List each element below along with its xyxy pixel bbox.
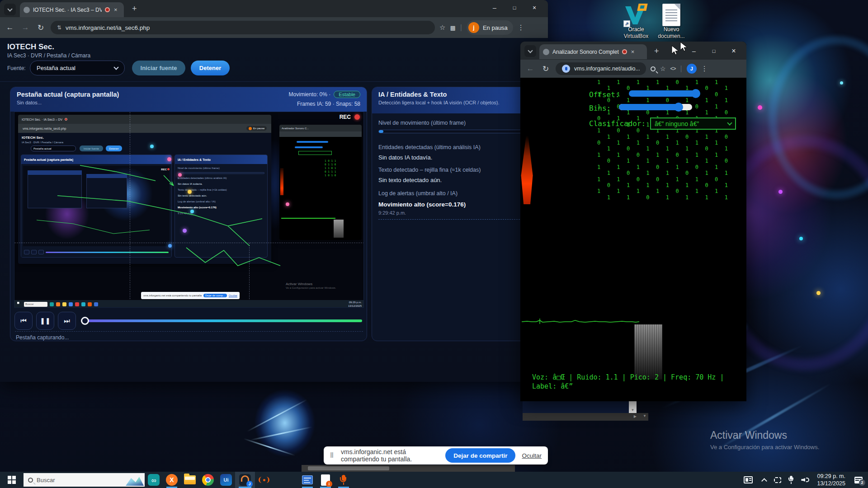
new-tab-button[interactable]: + (654, 47, 659, 55)
offset-slider[interactable] (629, 90, 699, 97)
tab-close-icon[interactable]: × (630, 48, 635, 55)
icon-label: Oracle (618, 26, 654, 33)
clock-time: 09:29 p. m. (817, 473, 845, 480)
drag-handle-icon[interactable]: ‖ (330, 451, 335, 460)
taskbar-arduino-icon[interactable]: ∞ (145, 472, 163, 488)
inner-activate-watermark: Activar Windows (286, 282, 312, 286)
page-title: IOTECH Sec. (7, 42, 54, 52)
desktop-icon-oracle-virtualbox[interactable]: ↗ Oracle VirtualBox (618, 4, 654, 40)
menu-dots-icon[interactable]: ⋮ (701, 65, 708, 73)
tab-recording-icon (622, 49, 627, 54)
bins-slider-fill (619, 104, 679, 110)
source-select[interactable]: Pestaña actual (30, 61, 125, 75)
reload-icon[interactable]: ↻ (540, 64, 551, 74)
frames-info: Frames IA: 59 · Snaps: 58 (297, 101, 360, 107)
scroll-arrow-icon[interactable]: ▶ (634, 414, 637, 418)
analyzer-url-bar[interactable]: vms.inforganic.net/audio... (556, 62, 646, 75)
bookmark-star-icon[interactable]: ☆ (660, 65, 666, 72)
clock-date: 13/12/2025 (817, 480, 845, 487)
offset-slider-thumb[interactable] (691, 89, 700, 98)
bokeh-dot (778, 190, 783, 194)
search-placeholder: Buscar (37, 477, 55, 483)
url-text: vms.inforganic.net/audio... (574, 66, 640, 72)
extensions-icon[interactable]: ▩ (450, 24, 455, 31)
text-detected-value: Sin texto detectado aún. (378, 177, 442, 183)
bookmark-star-icon[interactable]: ☆ (439, 23, 445, 32)
bokeh-dot (758, 105, 762, 110)
video-feed[interactable]: IOTECH Sec. · IA Sec3 – DV vms.inforgani… (14, 112, 364, 308)
close-button[interactable]: × (524, 4, 544, 11)
scroll-arrow-icon[interactable]: ▼ (643, 414, 646, 418)
inner-taskbar: Buscar 09:29 p.m. 13/12/2025 (14, 300, 364, 308)
capture-status: Pestaña capturando... (16, 334, 69, 341)
analyzer-tab[interactable]: Analizador Sonoro Complet × (539, 44, 647, 59)
tray-microphone-icon[interactable] (784, 472, 798, 488)
stop-button[interactable]: Detener (191, 61, 230, 75)
stable-badge: Estable (334, 91, 360, 98)
wallpaper-blue-swirl (239, 379, 327, 477)
tray-speaker-icon[interactable] (798, 472, 813, 488)
timeline-slider[interactable] (82, 319, 362, 322)
minimize-button[interactable]: – (485, 4, 505, 11)
search-icon (28, 478, 33, 483)
background-window-hscrollbar[interactable] (302, 465, 515, 472)
tray-chevron-up-icon[interactable] (757, 472, 771, 488)
bins-slider-thumb[interactable] (674, 103, 683, 112)
forward-button[interactable]: ⏭ (58, 312, 76, 330)
tray-notifications-icon[interactable]: 2 (849, 472, 868, 488)
analyzer-content: 1 1 1 1 0 1 1 1 0 1 1 1 0 1 1 1 0 1 1 1 … (520, 78, 746, 401)
profile-chip[interactable]: j En pausa (467, 20, 513, 35)
icon-label: Nuevo (654, 26, 689, 33)
tab-title: IOTECH Sec. · IA Sec3 – DVR (33, 7, 102, 13)
pause-button[interactable]: ❚❚ (36, 312, 54, 330)
profile-avatar[interactable]: J (687, 64, 697, 74)
menu-dots-icon[interactable]: ⋮ (518, 23, 525, 32)
main-browser-tab[interactable]: IOTECH Sec. · IA Sec3 – DVR × (20, 2, 124, 17)
alert-entry-title: Movimiento alto (score=0.176) (378, 201, 466, 208)
mic-permission-icon[interactable] (562, 65, 570, 73)
reload-icon[interactable]: ↻ (35, 23, 46, 33)
background-window-edge: ▼ ▶ (523, 413, 648, 421)
taskbar-microphone-icon[interactable] (335, 472, 353, 488)
taskbar-system-app-icon[interactable] (298, 472, 316, 488)
tab-search-chevron[interactable] (4, 4, 16, 15)
taskbar-file-explorer-icon[interactable] (181, 472, 199, 488)
shortcut-arrow-icon: ↗ (623, 20, 630, 27)
taskbar-document-info-icon[interactable]: i (316, 472, 335, 488)
alert-divider (378, 219, 536, 220)
start-button[interactable] (0, 472, 24, 488)
tray-news-icon[interactable] (739, 472, 757, 488)
taskbar-xampp-icon[interactable]: X (163, 472, 181, 488)
hide-share-bar-link[interactable]: Ocultar (522, 452, 542, 459)
site-settings-icon[interactable]: ⇅ (57, 24, 61, 31)
new-tab-button[interactable]: + (132, 5, 137, 13)
maximize-button[interactable]: □ (704, 48, 724, 54)
taskbar-search-box[interactable]: Buscar (24, 473, 145, 487)
tray-screen-record-icon[interactable] (771, 472, 784, 488)
back-icon[interactable]: ← (5, 23, 15, 32)
desktop-icon-nuevo-documento[interactable]: Nuevo documen... (654, 4, 689, 40)
tab-close-icon[interactable]: × (113, 6, 118, 13)
start-source-button[interactable]: Iniciar fuente (132, 61, 185, 75)
inner-share-button: Dejar de comp... (203, 294, 227, 297)
rewind-button[interactable]: ⏮ (14, 312, 33, 330)
tray-clock[interactable]: 09:29 p. m. 13/12/2025 (813, 473, 849, 487)
zoom-icon[interactable] (651, 66, 656, 71)
bins-slider[interactable] (619, 104, 692, 110)
camera-panel-header: Pestaña actual (captura pantalla) Sin da… (10, 87, 367, 112)
background-vscrollbar[interactable]: ▼ (629, 400, 637, 413)
taskbar-blue-app-icon[interactable]: Ui (217, 472, 235, 488)
classifier-select[interactable]: â€” ninguno â€” (650, 117, 736, 130)
spectrogram (634, 324, 662, 380)
taskbar-voice-app-active[interactable]: J (235, 472, 255, 488)
main-url-bar[interactable]: ⇅ vms.inforganic.net/ia_sec6.php (51, 21, 435, 34)
maximize-button[interactable]: □ (505, 5, 524, 10)
timeline-thumb[interactable] (81, 317, 89, 325)
divider (15, 331, 363, 332)
stop-sharing-button[interactable]: Dejar de compartir (445, 448, 515, 463)
taskbar-headset-icon[interactable] (255, 472, 273, 488)
taskbar-chrome-icon[interactable] (199, 472, 217, 488)
devtools-icon[interactable]: <> (670, 66, 676, 72)
tab-search-chevron[interactable] (524, 45, 536, 57)
close-button[interactable]: × (724, 47, 744, 55)
